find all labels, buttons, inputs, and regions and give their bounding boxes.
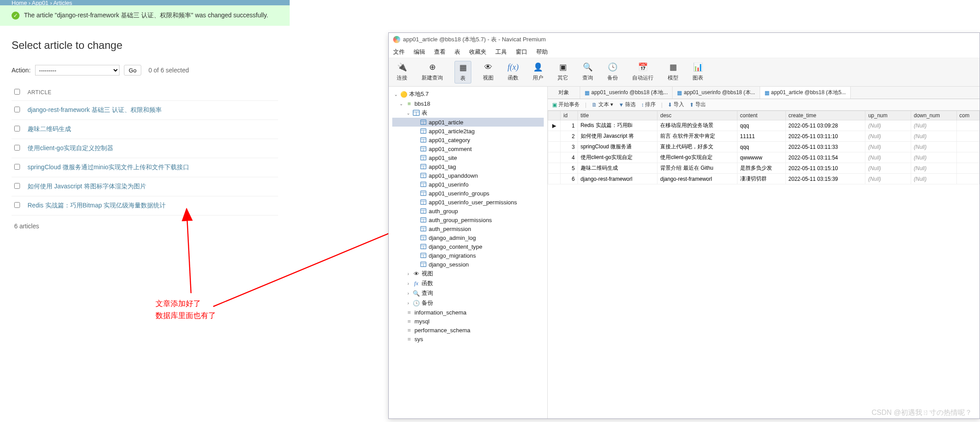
col-up_num[interactable]: up_num <box>865 111 911 120</box>
article-row: springCloud 微服务通过minio实现文件上传和文件下载接口 <box>12 158 278 177</box>
tree-table-item[interactable]: app01_comment <box>392 144 544 153</box>
menu-item[interactable]: 帮助 <box>536 48 548 56</box>
data-grid[interactable]: idtitledesccontentcreate_timeup_numdown_… <box>548 111 980 418</box>
menu-item[interactable]: 查看 <box>434 48 446 56</box>
navicat-tree[interactable]: ⌄🟡本地5.7 ⌄≡bbs18 ⌄表 app01_articleapp01_ar… <box>389 87 548 418</box>
tree-database-item[interactable]: ≡performance_schema <box>392 326 544 334</box>
tree-queries-folder[interactable]: ›🔍查询 <box>392 288 544 298</box>
select-all-checkbox[interactable] <box>14 89 20 95</box>
row-checkbox[interactable] <box>14 164 20 170</box>
toolbar-用户[interactable]: 👤用户 <box>530 61 546 84</box>
col-content[interactable]: content <box>737 111 785 120</box>
tree-database-item[interactable]: ≡mysql <box>392 317 544 326</box>
row-checkbox[interactable] <box>14 183 20 189</box>
article-count-footer: 6 articles <box>12 215 278 237</box>
col-down_num[interactable]: down_num <box>911 111 957 120</box>
tree-views-folder[interactable]: ›👁视图 <box>392 269 544 279</box>
tree-table-item[interactable]: app01_upanddown <box>392 171 544 180</box>
tree-table-item[interactable]: django_content_type <box>392 242 544 251</box>
tab-userinfo-1[interactable]: ▦app01_userinfo @bbs18 (本地... <box>580 87 673 99</box>
article-link[interactable]: Redis 实战篇：巧用Bitmap 实现亿级海量数据统计 <box>28 202 166 209</box>
tree-table-item[interactable]: app01_userinfo_groups <box>392 189 544 198</box>
tree-tables-folder[interactable]: ⌄表 <box>392 108 544 118</box>
menu-item[interactable]: 编辑 <box>414 48 425 56</box>
navicat-logo-icon <box>393 36 400 43</box>
go-button[interactable]: Go <box>124 65 141 76</box>
toolbar-函数[interactable]: f(x)函数 <box>505 61 521 84</box>
tree-table-item[interactable]: app01_article <box>392 118 544 127</box>
tree-table-item[interactable]: app01_tag <box>392 162 544 171</box>
data-row[interactable]: ▶1Redis 实战篇：巧用Bi在移动应用的业务场景qqq2022-05-11 … <box>548 120 980 131</box>
tree-table-item[interactable]: app01_category <box>392 135 544 144</box>
tree-backups-folder[interactable]: ›🕓备份 <box>392 298 544 308</box>
tab-objects[interactable]: 对象 <box>548 87 580 99</box>
col-com[interactable]: com <box>956 111 979 120</box>
toolbar-新建查询[interactable]: ⊕新建查询 <box>419 61 446 84</box>
tree-table-item[interactable]: app01_article2tag <box>392 127 544 135</box>
export-button[interactable]: ⬆导出 <box>689 101 706 108</box>
article-link[interactable]: 如何使用 Javascript 将图标字体渲染为图片 <box>28 183 146 190</box>
django-breadcrumb: Home › App01 › Articles <box>0 0 290 5</box>
filter-button[interactable]: ▼筛选 <box>618 101 636 108</box>
toolbar-备份[interactable]: 🕓备份 <box>605 61 621 84</box>
tree-database[interactable]: ⌄≡bbs18 <box>392 99 544 108</box>
tree-table-item[interactable]: django_migrations <box>392 251 544 260</box>
text-mode-button[interactable]: 🗎文本 ▾ <box>592 101 613 108</box>
navicat-main: 对象 ▦app01_userinfo @bbs18 (本地... ▦app01_… <box>548 87 980 418</box>
data-row[interactable]: 2如何使用 Javascript 将前言 在软件开发中肯定111112022-0… <box>548 131 980 142</box>
menu-item[interactable]: 收藏夹 <box>469 48 486 56</box>
toolbar-查询[interactable]: 🔍查询 <box>580 61 596 84</box>
data-row[interactable]: 3springCloud 微服务通直接上代码吧，好多文qqq2022-05-11… <box>548 142 980 152</box>
tab-userinfo-2[interactable]: ▦app01_userinfo @bbs18 (本... <box>673 87 760 99</box>
tree-table-item[interactable]: auth_group <box>392 207 544 215</box>
col-id[interactable]: id <box>561 111 578 120</box>
menu-item[interactable]: 文件 <box>393 48 405 56</box>
col-header-article[interactable]: ARTICLE <box>25 84 278 101</box>
row-checkbox[interactable] <box>14 126 20 131</box>
navicat-actionbar: ▣开始事务 | 🗎文本 ▾ ▼筛选 ↕排序 | ⬇导入 ⬆导出 <box>548 99 980 111</box>
tree-table-item[interactable]: django_session <box>392 260 544 269</box>
toolbar-视图[interactable]: 👁视图 <box>480 61 496 84</box>
tree-database-item[interactable]: ≡information_schema <box>392 308 544 317</box>
action-select[interactable]: --------- <box>35 65 120 76</box>
article-link[interactable]: django-rest-framework 基础三 认证、权限和频率 <box>28 106 162 113</box>
toolbar-连接[interactable]: 🔌连接 <box>394 61 410 84</box>
django-content: Select article to change Action: -------… <box>0 26 290 250</box>
tree-table-item[interactable]: auth_group_permissions <box>392 215 544 224</box>
success-check-icon: ✓ <box>12 12 20 20</box>
row-checkbox[interactable] <box>14 202 20 208</box>
menu-item[interactable]: 表 <box>454 48 460 56</box>
toolbar-自动运行[interactable]: 📅自动运行 <box>629 61 656 84</box>
tree-table-item[interactable]: django_admin_log <box>392 233 544 242</box>
menu-item[interactable]: 窗口 <box>516 48 527 56</box>
col-create_time[interactable]: create_time <box>785 111 865 120</box>
toolbar-图表[interactable]: 📊图表 <box>690 61 706 84</box>
article-link[interactable]: 趣味二维码生成 <box>28 125 71 132</box>
data-row[interactable]: 6django-rest-frameworldjango-rest-framew… <box>548 174 980 184</box>
col-title[interactable]: title <box>578 111 657 120</box>
row-checkbox[interactable] <box>14 107 20 112</box>
sort-button[interactable]: ↕排序 <box>641 101 656 108</box>
toolbar-模型[interactable]: ▦模型 <box>665 61 681 84</box>
navicat-window: app01_article @bbs18 (本地5.7) - 表 - Navic… <box>388 32 980 419</box>
tree-connection[interactable]: ⌄🟡本地5.7 <box>392 89 544 99</box>
tab-article[interactable]: ▦app01_article @bbs18 (本地5... <box>760 87 851 99</box>
col-desc[interactable]: desc <box>657 111 737 120</box>
data-row[interactable]: 5趣味二维码生成背景介绍 最近在 Githu是胜多负少发2022-05-11 0… <box>548 163 980 174</box>
begin-transaction-button[interactable]: ▣开始事务 <box>552 101 580 108</box>
tree-functions-folder[interactable]: ›fx函数 <box>392 279 544 288</box>
tree-table-item[interactable]: app01_userinfo <box>392 180 544 189</box>
article-link[interactable]: 使用client-go实现自定义控制器 <box>28 144 113 151</box>
article-link[interactable]: springCloud 微服务通过minio实现文件上传和文件下载接口 <box>28 163 189 171</box>
tree-table-item[interactable]: auth_permission <box>392 224 544 233</box>
import-button[interactable]: ⬇导入 <box>668 101 684 108</box>
tree-table-item[interactable]: app01_site <box>392 153 544 162</box>
toolbar-其它[interactable]: ▣其它 <box>555 61 571 84</box>
toolbar-表[interactable]: ▦表 <box>454 61 471 84</box>
tree-database-item[interactable]: ≡sys <box>392 334 544 343</box>
row-checkbox[interactable] <box>14 145 20 151</box>
data-row[interactable]: 4使用client-go实现自定使用client-go实现自定qwwwww202… <box>548 152 980 163</box>
menu-item[interactable]: 工具 <box>495 48 507 56</box>
navicat-titlebar: app01_article @bbs18 (本地5.7) - 表 - Navic… <box>389 33 980 46</box>
tree-table-item[interactable]: app01_userinfo_user_permissions <box>392 198 544 207</box>
